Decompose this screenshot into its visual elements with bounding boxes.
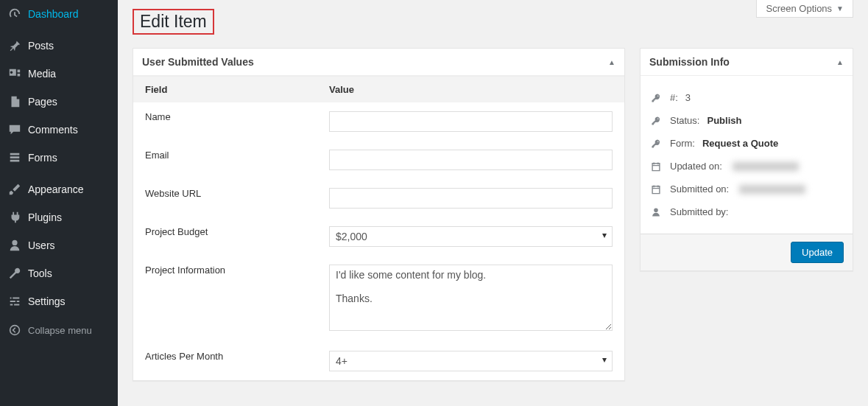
info-value: Request a Quote — [702, 138, 778, 149]
user-icon — [7, 238, 22, 253]
nav-label: Comments — [28, 124, 78, 136]
nav-label: Pages — [28, 96, 57, 108]
page-title: Edit Item — [133, 9, 214, 35]
nav-posts[interactable]: Posts — [0, 32, 118, 60]
row-website: Website URL — [133, 179, 624, 217]
email-input[interactable] — [329, 150, 613, 170]
sliders-icon — [7, 294, 22, 309]
nav-label: Posts — [28, 40, 54, 52]
nav-media[interactable]: Media — [0, 60, 118, 88]
nav-users[interactable]: Users — [0, 231, 118, 259]
nav-dashboard[interactable]: Dashboard — [0, 0, 118, 28]
values-panel-title: User Submitted Values — [142, 56, 254, 68]
nav-label: Plugins — [28, 211, 62, 223]
info-label: Submitted by: — [670, 206, 729, 217]
row-articles: Articles Per Month 4+ — [133, 342, 624, 380]
col-field: Field — [133, 77, 317, 103]
col-value: Value — [317, 77, 624, 103]
nav-label: Settings — [28, 295, 66, 307]
field-label: Website URL — [133, 179, 317, 217]
values-table: Field Value Name Email — [133, 76, 624, 380]
screen-options-label: Screen Options — [766, 3, 832, 14]
plug-icon — [7, 210, 22, 225]
triangle-up-icon: ▲ — [608, 58, 615, 66]
field-label: Project Information — [133, 256, 317, 342]
key-icon — [651, 139, 663, 149]
name-input[interactable] — [329, 111, 613, 132]
key-icon — [651, 116, 663, 126]
nav-forms[interactable]: Forms — [0, 144, 118, 172]
budget-select[interactable]: $2,000 — [329, 226, 613, 247]
info-form: Form: Request a Quote — [651, 132, 842, 155]
submission-panel: Submission Info ▲ #: 3 Status: Publish — [640, 48, 853, 271]
collapse-icon — [7, 323, 22, 337]
brush-icon — [7, 182, 22, 197]
screen-options-tab[interactable]: Screen Options ▼ — [756, 0, 853, 18]
info-label: Updated on: — [670, 161, 722, 172]
row-name: Name — [133, 102, 624, 141]
nav-settings[interactable]: Settings — [0, 287, 118, 315]
comments-icon — [7, 122, 22, 137]
calendar-icon — [651, 161, 663, 172]
caret-down-icon: ▼ — [836, 4, 844, 13]
dashboard-icon — [7, 7, 22, 21]
info-updated: Updated on: — [651, 155, 842, 178]
pin-icon — [7, 38, 22, 53]
row-budget: Project Budget $2,000 — [133, 217, 624, 256]
nav-pages[interactable]: Pages — [0, 88, 118, 116]
info-label: Status: — [670, 115, 699, 126]
nav-label: Appearance — [28, 183, 84, 195]
info-status: Status: Publish — [651, 109, 842, 132]
redacted-value — [733, 162, 799, 171]
triangle-up-icon: ▲ — [836, 58, 844, 66]
redacted-value — [739, 185, 805, 194]
field-label: Project Budget — [133, 217, 317, 256]
info-id: #: 3 — [651, 86, 842, 109]
row-email: Email — [133, 141, 624, 179]
field-label: Articles Per Month — [133, 342, 317, 380]
values-panel-header[interactable]: User Submitted Values ▲ — [133, 49, 624, 76]
pages-icon — [7, 94, 22, 109]
calendar-icon — [651, 184, 663, 195]
field-label: Email — [133, 141, 317, 179]
key-icon — [651, 93, 663, 103]
nav-appearance[interactable]: Appearance — [0, 175, 118, 203]
submission-panel-title: Submission Info — [649, 56, 730, 68]
collapse-menu[interactable]: Collapse menu — [0, 315, 118, 345]
website-input[interactable] — [329, 188, 613, 209]
info-label: Form: — [670, 138, 695, 149]
articles-select[interactable]: 4+ — [329, 351, 613, 371]
submission-panel-header[interactable]: Submission Info ▲ — [641, 49, 853, 76]
info-label: Submitted on: — [670, 183, 729, 195]
field-label: Name — [133, 102, 317, 141]
collapse-label: Collapse menu — [28, 325, 92, 336]
info-label: #: — [670, 92, 678, 103]
info-value: Publish — [707, 115, 741, 126]
values-panel: User Submitted Values ▲ Field Value — [133, 48, 625, 381]
nav-label: Tools — [28, 267, 52, 279]
info-submitted: Submitted on: — [651, 178, 842, 200]
svg-point-0 — [10, 326, 20, 335]
nav-comments[interactable]: Comments — [0, 116, 118, 144]
info-by: Submitted by: — [651, 200, 842, 223]
info-textarea[interactable]: I'd like some content for my blog. Thank… — [329, 265, 613, 331]
user-icon — [651, 207, 663, 217]
main-content: Screen Options ▼ Edit Item User Submitte… — [118, 0, 868, 406]
nav-label: Media — [28, 68, 56, 80]
nav-plugins[interactable]: Plugins — [0, 203, 118, 231]
nav-label: Users — [28, 239, 55, 251]
info-value: 3 — [685, 92, 691, 103]
nav-label: Forms — [28, 152, 57, 164]
wrench-icon — [7, 266, 22, 281]
update-button[interactable]: Update — [791, 242, 844, 263]
media-icon — [7, 66, 22, 81]
row-info: Project Information I'd like some conten… — [133, 256, 624, 342]
admin-sidebar: Dashboard Posts Media Pages Comments For… — [0, 0, 118, 406]
forms-icon — [7, 150, 22, 165]
nav-label: Dashboard — [28, 8, 79, 20]
nav-tools[interactable]: Tools — [0, 259, 118, 287]
